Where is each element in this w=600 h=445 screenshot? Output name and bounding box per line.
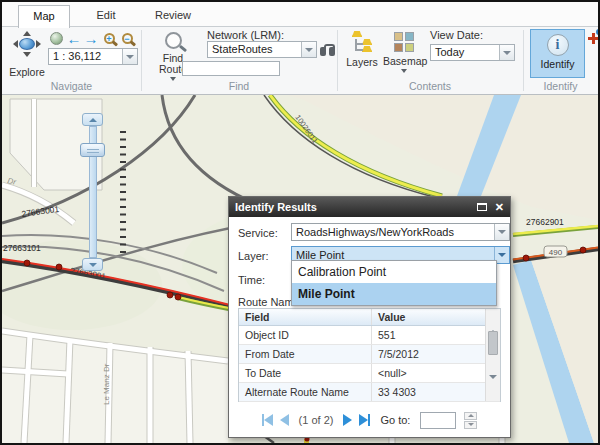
column-header-field[interactable]: Field [239, 309, 372, 325]
first-page-icon[interactable] [262, 414, 273, 426]
route-shield-490: 490 [544, 246, 567, 257]
zoom-slider[interactable] [80, 113, 106, 271]
map-scale-value: 1 : 36,112 [49, 49, 122, 64]
identify-label: Identify [531, 58, 584, 70]
network-lrm-label: Network (LRM): [207, 29, 284, 41]
basemap-icon [394, 32, 414, 52]
ribbon-tabbar: Map Edit Review [2, 2, 598, 27]
last-page-icon[interactable] [359, 414, 370, 426]
table-scrollbar[interactable] [485, 309, 500, 401]
shield-label: 490 [549, 248, 563, 257]
application-window: Map Edit Review Explore ← → + − 1 : 36,1… [0, 0, 600, 445]
record-pager: (1 of 2) Go to: [229, 409, 510, 431]
table-row[interactable]: To Date <null> [239, 364, 500, 383]
goto-input[interactable] [420, 412, 456, 429]
zoom-in-icon: + [104, 33, 115, 44]
goto-spinner[interactable] [464, 412, 477, 429]
service-label: Service: [238, 227, 278, 239]
identify-button[interactable]: i Identify [530, 29, 585, 78]
map-view[interactable]: 490 27663001 27663101 27663001 27662901 … [2, 95, 598, 443]
maximize-icon[interactable] [477, 203, 487, 211]
layers-label: Layers [344, 56, 380, 68]
find-route-magnifier-icon [165, 32, 182, 49]
service-value: RoadsHighways/NewYorkRoads [292, 224, 494, 240]
goto-label: Go to: [380, 414, 410, 426]
cell-field: Alternate Route Name [239, 383, 372, 401]
cell-field: Object ID [239, 326, 372, 344]
cell-field: To Date [239, 364, 372, 382]
layers-icon [351, 31, 373, 53]
view-date-value: Today [431, 45, 499, 60]
globe-icon [50, 32, 63, 45]
view-date-label: View Date: [430, 29, 483, 41]
zoom-out-button[interactable]: − [119, 31, 135, 46]
table-header-row: Field Value [239, 309, 500, 326]
route-label-left: 27663101 [3, 243, 41, 253]
cell-value: <null> [372, 364, 500, 382]
chevron-down-icon[interactable] [499, 45, 514, 60]
dropdown-item-mile-point[interactable]: Mile Point [292, 283, 496, 305]
view-date-combo[interactable]: Today [430, 44, 515, 61]
group-label-identify: Identify [523, 80, 598, 92]
table-row[interactable]: Object ID 551 [239, 326, 500, 345]
street-label-lemanz: Le Manz Dr [102, 363, 111, 405]
chevron-down-icon[interactable] [301, 42, 316, 57]
map-scale-combo[interactable]: 1 : 36,112 [48, 48, 138, 65]
slider-zoom-out-button[interactable] [82, 258, 103, 271]
route-search-input[interactable] [182, 61, 280, 76]
zoom-in-button[interactable]: + [101, 31, 117, 46]
scroll-down-icon[interactable] [489, 379, 497, 397]
next-extent-button[interactable]: → [83, 31, 99, 46]
tab-review[interactable]: Review [144, 5, 202, 27]
time-label: Time: [238, 274, 265, 286]
forward-arrow-icon: → [84, 32, 99, 45]
spinner-down-icon[interactable] [464, 421, 477, 429]
previous-page-icon[interactable] [280, 414, 289, 426]
previous-extent-button[interactable]: ← [66, 31, 82, 46]
layer-dropdown-list: Calibration Point Mile Point [291, 260, 497, 306]
next-page-icon[interactable] [343, 414, 352, 426]
cell-field: From Date [239, 345, 372, 363]
route-label-right: 27662901 [526, 217, 564, 227]
network-combo[interactable]: StateRoutes [207, 41, 317, 58]
layers-button[interactable]: Layers [344, 29, 380, 68]
dropdown-item-calibration-point[interactable]: Calibration Point [292, 261, 496, 283]
network-value: StateRoutes [208, 42, 301, 57]
explore-compass-icon [13, 31, 41, 57]
group-label-contents: Contents [337, 80, 523, 92]
cell-value: 33 4303 [372, 383, 500, 401]
basemap-button[interactable]: Basemap [383, 29, 425, 73]
pager-status: (1 of 2) [299, 414, 334, 426]
slider-zoom-in-button[interactable] [82, 113, 103, 126]
cell-value: 7/5/2012 [372, 345, 500, 363]
cell-value: 551 [372, 326, 500, 344]
table-row[interactable]: From Date 7/5/2012 [239, 345, 500, 364]
explore-label: Explore [6, 66, 48, 78]
zoom-out-icon: − [122, 33, 133, 44]
layer-label: Layer: [238, 250, 269, 262]
spinner-up-icon[interactable] [464, 412, 477, 420]
tab-map[interactable]: Map [18, 5, 70, 28]
chevron-down-icon [401, 69, 407, 73]
dialog-titlebar[interactable]: Identify Results ✕ [229, 197, 510, 217]
slider-handle[interactable] [80, 143, 105, 157]
scrollbar-thumb[interactable] [488, 331, 498, 355]
chevron-down-icon[interactable] [494, 224, 509, 240]
basemap-label: Basemap [383, 55, 425, 67]
group-label-navigate: Navigate [2, 80, 141, 92]
scroll-up-icon[interactable] [489, 313, 497, 331]
table-row[interactable]: Alternate Route Name 33 4303 [239, 383, 500, 402]
group-label-find: Find [141, 80, 337, 92]
binoculars-icon[interactable] [320, 44, 335, 56]
chevron-down-icon[interactable] [122, 49, 137, 64]
add-identify-icon[interactable] [587, 32, 600, 45]
ribbon: Explore ← → + − 1 : 36,112 Navigate Find… [2, 27, 598, 95]
full-extent-button[interactable] [48, 31, 64, 46]
identify-i-icon: i [547, 34, 569, 56]
close-icon[interactable]: ✕ [495, 202, 504, 212]
attributes-table: Field Value Object ID 551 From Date 7/5/… [238, 308, 501, 402]
column-header-value[interactable]: Value [372, 309, 500, 325]
explore-button[interactable]: Explore [6, 29, 48, 79]
service-combo[interactable]: RoadsHighways/NewYorkRoads [291, 223, 510, 241]
tab-edit[interactable]: Edit [80, 5, 132, 27]
